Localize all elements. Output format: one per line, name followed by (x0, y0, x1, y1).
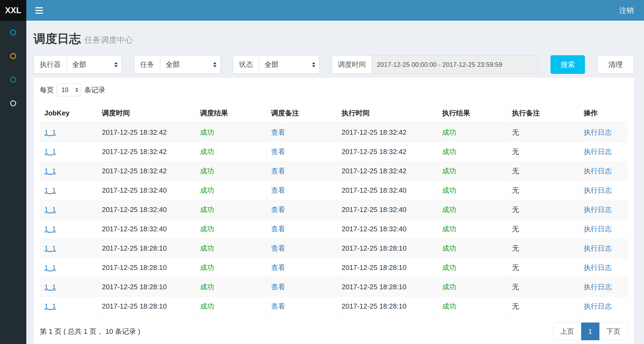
exec-result-cell: 成功 (438, 219, 508, 239)
jobkey-link[interactable]: 1_1 (44, 186, 56, 194)
search-button[interactable]: 搜索 (551, 55, 585, 74)
header-trigger-time: 调度时间 (97, 104, 196, 123)
trigger-result-cell: 成功 (196, 123, 267, 142)
exec-log-link[interactable]: 执行日志 (584, 167, 612, 175)
job-select[interactable]: 全部 (160, 55, 220, 74)
exec-remark-cell: 无 (508, 200, 579, 219)
exec-log-link[interactable]: 执行日志 (584, 128, 612, 136)
exec-result-cell: 成功 (438, 142, 508, 162)
table-row: 1_1 2017-12-25 18:32:42 成功 查看 2017-12-25… (40, 162, 628, 181)
logout-link[interactable]: 注销 (619, 6, 634, 15)
table-row: 1_1 2017-12-25 18:28:10 成功 查看 2017-12-25… (40, 297, 628, 316)
trigger-remark-link[interactable]: 查看 (271, 186, 285, 194)
log-table: JobKey 调度时间 调度结果 调度备注 执行时间 执行结果 执行备注 操作 … (40, 103, 628, 316)
header-jobkey: JobKey (40, 104, 97, 123)
page-header: 调度日志 任务调度中心 (34, 31, 634, 47)
select-arrows-icon (213, 62, 216, 67)
trigger-remark-link[interactable]: 查看 (271, 128, 285, 136)
sidebar-menu (0, 21, 26, 115)
table-row: 1_1 2017-12-25 18:32:42 成功 查看 2017-12-25… (40, 142, 628, 162)
trigger-remark-link[interactable]: 查看 (271, 244, 285, 252)
sidebar-item-job-log[interactable] (0, 68, 26, 92)
sidebar-toggle-button[interactable] (34, 6, 44, 15)
trigger-time-range-input[interactable] (372, 55, 538, 74)
page-size-suffix: 条记录 (84, 85, 105, 95)
status-filter-label: 状态 (233, 55, 259, 74)
exec-log-link[interactable]: 执行日志 (584, 264, 612, 272)
exec-log-link[interactable]: 执行日志 (584, 244, 612, 252)
jobkey-link[interactable]: 1_1 (44, 264, 56, 272)
exec-remark-cell: 无 (508, 258, 579, 277)
exec-result-cell: 成功 (438, 277, 508, 297)
clear-button[interactable]: 清理 (597, 55, 634, 74)
exec-time-cell: 2017-12-25 18:32:42 (337, 142, 438, 162)
trigger-remark-link[interactable]: 查看 (271, 148, 285, 156)
trigger-result-cell: 成功 (196, 258, 267, 277)
app-logo[interactable]: XXL (0, 0, 26, 21)
status-select-value: 全部 (265, 60, 278, 69)
main-content: 调度日志 任务调度中心 执行器 全部 任务 全部 状态 全部 调度 (26, 0, 644, 344)
prev-page-button[interactable]: 上页 (553, 323, 581, 340)
jobkey-link[interactable]: 1_1 (44, 302, 56, 310)
status-select[interactable]: 全部 (259, 55, 319, 74)
trigger-result-cell: 成功 (196, 162, 267, 181)
trigger-result-cell: 成功 (196, 297, 267, 316)
sidebar-item-executor-manage[interactable] (0, 92, 26, 115)
sidebar-item-job-manage[interactable] (0, 44, 26, 68)
top-navbar: XXL 注销 (0, 0, 644, 21)
sidebar (0, 21, 26, 344)
hamburger-icon (35, 7, 43, 14)
trigger-remark-link[interactable]: 查看 (271, 283, 285, 291)
exec-log-link[interactable]: 执行日志 (584, 148, 612, 156)
trigger-remark-link[interactable]: 查看 (271, 206, 285, 214)
executor-filter: 执行器 全部 (34, 55, 122, 74)
jobkey-link[interactable]: 1_1 (44, 206, 56, 214)
log-table-body: 1_1 2017-12-25 18:32:42 成功 查看 2017-12-25… (40, 123, 628, 316)
executor-select[interactable]: 全部 (67, 55, 122, 74)
page-1-button[interactable]: 1 (581, 323, 599, 340)
job-filter: 任务 全部 (134, 55, 220, 74)
trigger-time-cell: 2017-12-25 18:32:42 (97, 162, 196, 181)
exec-log-link[interactable]: 执行日志 (584, 225, 612, 233)
trigger-result-cell: 成功 (196, 200, 267, 219)
header-action: 操作 (579, 104, 627, 123)
trigger-result-cell: 成功 (196, 219, 267, 239)
exec-log-link[interactable]: 执行日志 (584, 186, 612, 194)
trigger-remark-link[interactable]: 查看 (271, 225, 285, 233)
jobkey-link[interactable]: 1_1 (44, 128, 56, 136)
trigger-time-filter: 调度时间 (332, 55, 538, 74)
exec-remark-cell: 无 (508, 162, 579, 181)
trigger-remark-link[interactable]: 查看 (271, 302, 285, 310)
trigger-time-cell: 2017-12-25 18:32:40 (97, 200, 196, 219)
jobkey-link[interactable]: 1_1 (44, 283, 56, 291)
jobkey-link[interactable]: 1_1 (44, 225, 56, 233)
exec-result-cell: 成功 (438, 258, 508, 277)
exec-remark-cell: 无 (508, 239, 579, 258)
exec-time-cell: 2017-12-25 18:32:42 (337, 162, 438, 181)
page-size-select[interactable]: 10 (57, 83, 81, 96)
circle-icon (10, 100, 16, 106)
exec-log-link[interactable]: 执行日志 (584, 302, 612, 310)
exec-result-cell: 成功 (438, 181, 508, 200)
page-size-value: 10 (61, 86, 68, 94)
job-select-value: 全部 (166, 60, 180, 69)
trigger-time-cell: 2017-12-25 18:28:10 (97, 277, 196, 297)
exec-time-cell: 2017-12-25 18:32:40 (337, 181, 438, 200)
sidebar-item-dashboard[interactable] (0, 21, 26, 44)
jobkey-link[interactable]: 1_1 (44, 244, 56, 252)
exec-time-cell: 2017-12-25 18:28:10 (337, 239, 438, 258)
exec-log-link[interactable]: 执行日志 (584, 283, 612, 291)
header-exec-remark: 执行备注 (508, 104, 579, 123)
trigger-remark-link[interactable]: 查看 (271, 264, 285, 272)
table-row: 1_1 2017-12-25 18:28:10 成功 查看 2017-12-25… (40, 239, 628, 258)
exec-result-cell: 成功 (438, 239, 508, 258)
trigger-time-cell: 2017-12-25 18:32:40 (97, 181, 196, 200)
exec-log-link[interactable]: 执行日志 (584, 206, 612, 214)
table-row: 1_1 2017-12-25 18:28:10 成功 查看 2017-12-25… (40, 258, 628, 277)
jobkey-link[interactable]: 1_1 (44, 167, 56, 175)
pagination-summary: 第 1 页 ( 总共 1 页， 10 条记录 ) (40, 327, 140, 336)
trigger-remark-link[interactable]: 查看 (271, 167, 285, 175)
jobkey-link[interactable]: 1_1 (44, 148, 56, 156)
exec-time-cell: 2017-12-25 18:28:10 (337, 277, 438, 297)
next-page-button[interactable]: 下页 (599, 323, 628, 340)
